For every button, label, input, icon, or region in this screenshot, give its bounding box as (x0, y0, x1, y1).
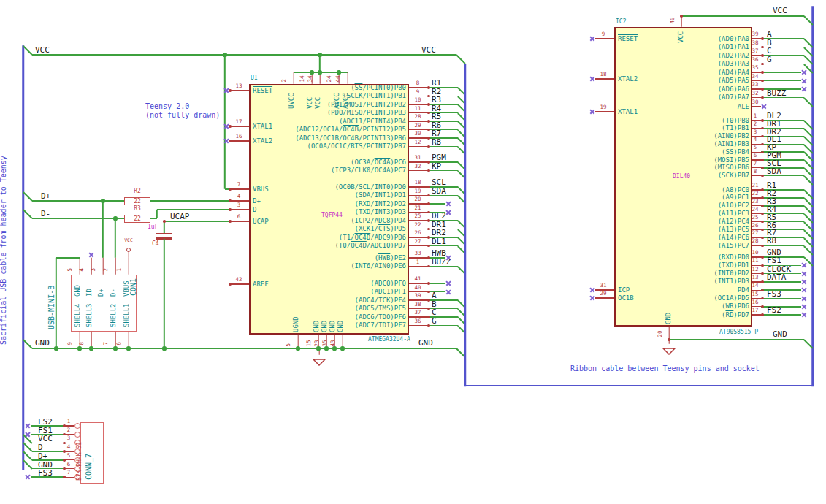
pin (409, 170, 428, 171)
pin-number: 38 (409, 302, 427, 308)
pin (230, 221, 249, 221)
note-teensy-line2: (not fully drawn) (145, 112, 220, 119)
junction-dot (77, 346, 81, 350)
pin-number: 20 (409, 196, 427, 202)
pin-number: 12 (748, 267, 762, 272)
bus-entry (23, 339, 32, 348)
net-label: DR2 (432, 229, 446, 237)
junction-dot (427, 186, 429, 188)
pin-name: UGND (293, 316, 299, 332)
pin-number: 30 (748, 99, 762, 105)
pin-name: VBUS (123, 280, 130, 297)
pin-number: 14 (299, 75, 305, 82)
junction-dot (318, 53, 321, 56)
pin-number: 11 (409, 106, 427, 112)
usb-cable-bus (23, 45, 25, 470)
net-label: R1 (432, 79, 441, 87)
pin-number: 4 (230, 194, 248, 199)
pin-name: (SS)PB4 (722, 149, 749, 156)
pin-number: 33 (409, 251, 427, 256)
net-label: HWB (432, 249, 446, 257)
pin-name: (PDI/MOSI/PCINT2)PB2 (327, 102, 406, 108)
pin-name: (AD6)PA6 (718, 86, 749, 93)
junction-dot (427, 211, 429, 213)
gnd-net-label: GND (418, 339, 433, 347)
junction-dot (229, 208, 231, 210)
pin-name: (T1)PB1 (722, 125, 749, 131)
pin-number: 35 (322, 340, 328, 346)
pin-name: (RD)PD7 (722, 312, 749, 318)
pin (752, 175, 761, 176)
pin-number: 7 (230, 182, 248, 188)
r2-value: 22 (124, 199, 150, 205)
pin (128, 258, 129, 275)
bus-entry (23, 451, 32, 460)
pin (752, 314, 761, 315)
junction-dot (427, 103, 429, 105)
pin-name: (AIN0)PB2 (714, 133, 749, 140)
pin-number: 5 (65, 453, 72, 459)
pin-number: 9 (409, 89, 427, 95)
pin (230, 188, 249, 189)
pin-number: 37 (409, 310, 427, 316)
net-label: BUZZ (432, 258, 451, 266)
ic2-footprint: DIL40 (673, 174, 690, 180)
no-connect-icon (223, 138, 229, 144)
junction-dot (761, 313, 763, 316)
u1-reference: U1 (251, 75, 258, 81)
pin-name: (A9)PC1 (722, 194, 749, 201)
pin-name: AREF (253, 281, 269, 288)
pin-number: 14 (748, 283, 762, 289)
pin-number: 6 (116, 342, 122, 345)
net-label: DL1 (432, 237, 446, 245)
pin-name: (A14)PC6 (718, 234, 749, 241)
pin-name: (ADC7/TDI)PF7 (355, 322, 406, 329)
pin-number: 44 (335, 75, 341, 82)
pin-number: 35 (748, 65, 762, 71)
pin (230, 90, 249, 91)
cap-plate (156, 233, 172, 234)
pin-name: (OC3A/OC4A)PC6 (351, 159, 406, 166)
pin-name: (ADC12/OC1A/OC4B/PCINT12)PB5 (295, 126, 406, 133)
pin-name: GND (74, 285, 81, 297)
wire (428, 291, 445, 293)
vcc-net-label: VCC (35, 46, 50, 54)
pin-name: (T0)PB0 (722, 118, 749, 124)
pin-number: 1 (409, 259, 427, 265)
net-label: FS2 (767, 306, 781, 314)
ribbon-bus (464, 385, 814, 387)
junction-dot (427, 299, 429, 301)
net-label: GND (38, 461, 53, 469)
pin-name: GND (321, 321, 328, 332)
pin-name: (WR)PD6 (722, 303, 749, 310)
pin (409, 266, 428, 267)
pin-number: 5 (67, 268, 73, 272)
pin-number: 5 (748, 145, 762, 150)
junction-dot (427, 291, 429, 293)
pin-number: 6 (65, 462, 72, 467)
pin-name: UVCC (288, 93, 295, 109)
pin-number: 13 (748, 275, 762, 280)
pin-number: 34 (748, 74, 762, 80)
r3-reference: R3 (124, 206, 150, 212)
pin-number: 4 (65, 444, 72, 450)
pin-name: (AD1)PA1 (718, 44, 749, 50)
junction-dot (113, 346, 117, 350)
wire (761, 72, 801, 73)
junction-dot (318, 70, 321, 74)
pin-name: (INT6/AIN0)PE6 (351, 263, 406, 270)
gnd-symbol (662, 344, 676, 351)
pin-number: 7 (103, 342, 109, 345)
pin-number: 3 (748, 129, 762, 135)
net-label: FS3 (767, 290, 781, 298)
pin-name: (HWB)PE2 (375, 255, 406, 261)
pin-number: 32 (748, 91, 762, 96)
no-connect-icon (801, 262, 807, 268)
pin-name: GND (337, 321, 344, 332)
junction-dot (668, 338, 670, 341)
net-label: G (432, 317, 437, 325)
net-label: C (432, 308, 437, 316)
bus-entry (456, 54, 465, 64)
pin-name: VCC (315, 97, 321, 109)
pin-name: (AD2)PA2 (718, 53, 749, 59)
